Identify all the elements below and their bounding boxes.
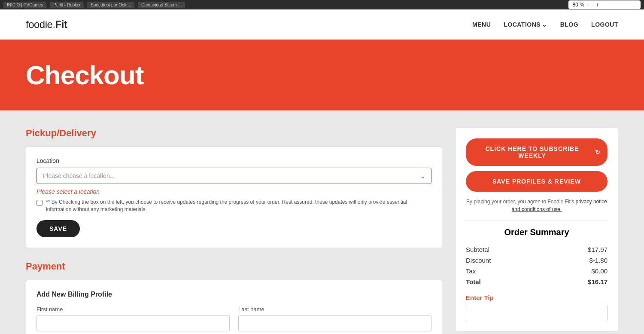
order-summary-title: Order Summary: [466, 227, 608, 237]
payment-card: Add New Billing Profile First name Last …: [26, 280, 442, 334]
nav-locations[interactable]: LOCATIONS ⌄: [504, 21, 547, 28]
tip-input[interactable]: [466, 305, 608, 321]
pickup-delivery-card: Location Please choose a location... Ple…: [26, 147, 442, 248]
browser-tab-2[interactable]: Perfil - Roblox: [50, 2, 84, 8]
name-fields: First name Last name: [36, 306, 431, 331]
tax-value: $0.00: [591, 267, 608, 275]
location-error: Please select a location: [36, 188, 431, 195]
total-value: $16.17: [588, 278, 608, 285]
subscribe-weekly-button[interactable]: cLicK HERE TO SUBSCRIBE WEEKLY ↻: [466, 138, 608, 166]
browser-tab-1[interactable]: INICIO | PVGames: [3, 2, 46, 8]
enter-tip-label: Enter Tip: [466, 294, 608, 301]
last-name-input[interactable]: [238, 315, 431, 331]
updates-checkbox[interactable]: [36, 200, 43, 206]
discount-label: Discount: [466, 257, 491, 264]
subscribe-label: cLicK HERE TO SUBSCRIBE WEEKLY: [473, 145, 592, 159]
order-row-total: Total $16.17: [466, 276, 608, 287]
browser-tab-4[interactable]: Comunidad Steam ...: [138, 2, 185, 8]
page-title: Checkout: [26, 60, 143, 90]
privacy-text: By placing your order, you agree to Food…: [466, 198, 608, 221]
nav-links: MENU LOCATIONS ⌄ BLOG LOGOUT: [472, 21, 618, 28]
first-name-label: First name: [36, 306, 230, 313]
left-section: Pickup/Delivery Location Please choose a…: [26, 128, 442, 334]
hero-banner: Checkout: [0, 40, 644, 110]
logo: foodie.Fit: [26, 18, 67, 31]
checkbox-label: ** By Checking the box on the left, you …: [46, 199, 431, 213]
privacy-prefix: By placing your order, you agree to Food…: [466, 199, 575, 205]
first-name-field: First name: [36, 306, 230, 331]
subtotal-label: Subtotal: [466, 246, 489, 253]
order-row-discount: Discount $-1.80: [466, 255, 608, 266]
checkbox-row: ** By Checking the box on the left, you …: [36, 199, 431, 213]
nav-logout[interactable]: LOGOUT: [591, 21, 618, 28]
main-content: Pickup/Delivery Location Please choose a…: [0, 110, 644, 334]
zoom-out-button[interactable]: −: [587, 1, 592, 8]
chevron-down-icon: ⌄: [542, 21, 547, 28]
save-profiles-review-button[interactable]: SAVE PROFILES & REVIEW: [466, 171, 608, 192]
location-select-wrapper: Please choose a location...: [36, 168, 431, 184]
pickup-delivery-title: Pickup/Delivery: [26, 128, 442, 139]
billing-title: Add New Billing Profile: [36, 291, 431, 298]
order-row-subtotal: Subtotal $17.97: [466, 244, 608, 255]
restore-button[interactable]: Restablecer: [602, 1, 636, 8]
logo-bold: Fit: [55, 18, 67, 30]
tax-label: Tax: [466, 267, 476, 275]
location-select[interactable]: Please choose a location...: [36, 168, 431, 184]
discount-value: $-1.80: [589, 257, 608, 264]
total-label: Total: [466, 278, 481, 285]
save-button[interactable]: SAVE: [36, 220, 80, 237]
right-section: cLicK HERE TO SUBSCRIBE WEEKLY ↻ SAVE PR…: [455, 128, 618, 334]
last-name-field: Last name: [238, 306, 431, 331]
nav-locations-label: LOCATIONS: [504, 21, 541, 28]
order-row-tax: Tax $0.00: [466, 266, 608, 276]
nav-menu[interactable]: MENU: [472, 21, 491, 28]
location-label: Location: [36, 157, 431, 164]
logo-text: foodie.Fit: [26, 18, 67, 30]
subtotal-value: $17.97: [588, 246, 608, 253]
navbar: foodie.Fit MENU LOCATIONS ⌄ BLOG LOGOUT: [0, 9, 644, 40]
payment-title: Payment: [26, 261, 442, 272]
first-name-input[interactable]: [36, 315, 230, 331]
browser-bar: INICIO | PVGames Perfil - Roblox Speedte…: [0, 0, 644, 9]
last-name-label: Last name: [238, 306, 431, 313]
browser-tab-3[interactable]: Speedtest por Ooki...: [87, 2, 134, 8]
zoom-in-button[interactable]: +: [595, 1, 600, 8]
zoom-popup: 80 % − + Restablecer: [568, 0, 641, 9]
refresh-icon: ↻: [595, 149, 601, 156]
zoom-level: 80 %: [573, 2, 584, 8]
order-card: cLicK HERE TO SUBSCRIBE WEEKLY ↻ SAVE PR…: [455, 128, 618, 332]
nav-blog[interactable]: BLOG: [560, 21, 578, 28]
browser-controls: 80 % − + Restablecer: [568, 0, 641, 9]
